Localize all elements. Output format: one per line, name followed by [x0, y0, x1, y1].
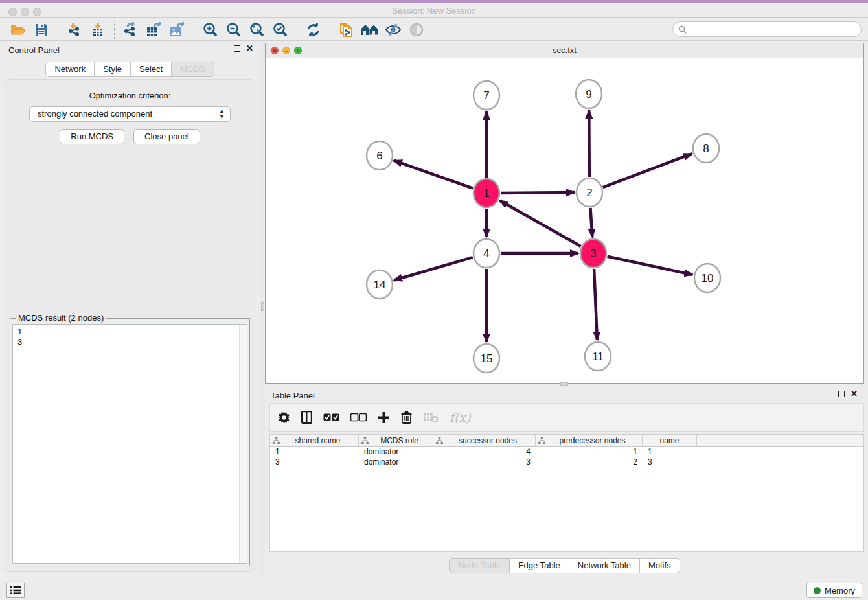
table-cell[interactable]: 4	[433, 447, 536, 457]
float-table-panel-icon[interactable]	[838, 391, 845, 397]
table-settings-button[interactable]	[278, 409, 290, 426]
table-cell[interactable]: 1	[643, 447, 697, 457]
export-image-button[interactable]	[166, 20, 189, 40]
import-table-button[interactable]	[86, 20, 109, 40]
delete-table-icon	[423, 412, 439, 423]
export-network-button[interactable]	[119, 20, 143, 40]
table-tabs: Node TableEdge TableNetwork TableMotifs	[265, 558, 864, 573]
list-icon	[10, 586, 21, 595]
control-panel-header: Control Panel ✕	[0, 41, 260, 59]
open-folder-icon	[10, 23, 26, 36]
mcds-result-title: MCDS result (2 nodes)	[16, 313, 106, 323]
show-column-panel-button[interactable]	[301, 409, 312, 426]
graph-edge-1-6[interactable]	[394, 161, 473, 189]
memory-button[interactable]: Memory	[806, 583, 862, 598]
export-table-button[interactable]	[143, 20, 166, 40]
table-cell[interactable]: 2	[536, 457, 643, 468]
vertical-splitter[interactable]	[260, 41, 265, 579]
deselect-all-columns-button[interactable]	[350, 409, 367, 426]
network-canvas[interactable]: 7968124314101511	[266, 58, 863, 383]
graph-node-label-8: 8	[703, 143, 709, 155]
search-field[interactable]	[672, 21, 862, 37]
tab-node-table[interactable]: Node Table	[449, 558, 510, 573]
toolbar-separator	[297, 21, 297, 39]
tab-style[interactable]: Style	[95, 62, 131, 77]
delete-column-button[interactable]	[401, 409, 412, 426]
network-graph: 7968124314101511	[266, 58, 863, 383]
run-mcds-button[interactable]: Run MCDS	[60, 129, 124, 144]
hide-graphics-button[interactable]	[382, 20, 405, 40]
lens-icon	[409, 23, 424, 37]
add-column-button[interactable]	[378, 409, 390, 426]
tab-edge-table[interactable]: Edge Table	[510, 558, 569, 573]
graph-edge-2-3[interactable]	[591, 208, 593, 237]
open-session-button[interactable]	[6, 20, 30, 40]
graph-node-label-11: 11	[592, 351, 604, 363]
close-panel-button[interactable]: Close panel	[133, 129, 200, 144]
zoom-fit-icon	[249, 22, 265, 38]
clone-network-button[interactable]	[335, 20, 358, 40]
horizontal-splitter-grip[interactable]	[560, 382, 568, 386]
column-header-successor-nodes[interactable]: successor nodes	[433, 435, 536, 446]
mcds-result-text[interactable]: 1 3	[12, 324, 247, 564]
tab-select[interactable]: Select	[131, 62, 172, 77]
graph-node-label-9: 9	[586, 88, 591, 100]
trash-icon	[401, 411, 412, 424]
main-toolbar	[0, 19, 868, 41]
save-session-button[interactable]	[30, 20, 53, 40]
table-row[interactable]: 1dominator411	[270, 447, 863, 457]
criterion-select[interactable]: strongly connected component ▲▼	[29, 106, 231, 122]
splitter-grip[interactable]	[261, 302, 264, 311]
node-table: shared nameMCDS rolesuccessor nodesprede…	[269, 434, 864, 552]
tab-network-table[interactable]: Network Table	[569, 558, 640, 573]
search-icon	[678, 25, 687, 34]
column-header-predecessor-nodes[interactable]: predecessor nodes	[536, 435, 643, 446]
table-row[interactable]: 3dominator323	[270, 457, 863, 468]
table-cell[interactable]: 3	[643, 457, 697, 468]
table-cell[interactable]: 3	[270, 457, 359, 468]
apply-layout-button[interactable]	[302, 20, 325, 40]
zoom-out-button[interactable]	[222, 20, 246, 40]
float-panel-icon[interactable]	[234, 45, 240, 52]
task-history-button[interactable]	[6, 583, 25, 598]
graph-edge-1-2[interactable]	[501, 192, 575, 193]
column-header-name[interactable]: name	[643, 435, 697, 446]
graph-edge-4-14[interactable]	[394, 257, 473, 280]
tab-motifs[interactable]: Motifs	[640, 558, 680, 573]
delete-table-button	[423, 409, 439, 426]
export-image-icon	[168, 22, 187, 38]
show-home-button[interactable]	[358, 20, 382, 40]
close-panel-icon[interactable]: ✕	[246, 45, 253, 52]
zoom-selected-button[interactable]	[269, 20, 292, 40]
tab-mcds[interactable]: MCDS	[172, 62, 214, 77]
network-window-titlebar[interactable]: ✕ − + scc.txt	[266, 43, 863, 58]
graph-edge-3-1[interactable]	[499, 201, 580, 247]
zoom-selected-icon	[273, 22, 288, 38]
main-titlebar: Session: New Session	[0, 3, 868, 18]
table-cell[interactable]: 3	[433, 457, 536, 468]
graph-edge-2-9[interactable]	[589, 110, 589, 177]
tab-network[interactable]: Network	[45, 62, 95, 77]
zoom-in-button[interactable]	[199, 20, 222, 40]
import-table-icon	[90, 22, 106, 38]
table-cell[interactable]: dominator	[359, 447, 433, 457]
table-cell[interactable]: dominator	[359, 457, 433, 468]
houses-icon	[360, 23, 380, 36]
import-network-button[interactable]	[63, 20, 86, 40]
table-cell[interactable]: 1	[270, 447, 359, 457]
column-header-MCDS-role[interactable]: MCDS role	[359, 435, 433, 446]
result-scrollbar[interactable]	[239, 325, 247, 563]
graph-edge-3-11[interactable]	[594, 269, 597, 340]
column-header-shared-name[interactable]: shared name	[270, 435, 359, 446]
select-all-columns-button[interactable]	[323, 409, 339, 426]
graph-edge-3-10[interactable]	[608, 257, 693, 275]
graph-node-label-15: 15	[481, 352, 493, 365]
graph-edge-2-8[interactable]	[603, 154, 692, 187]
memory-label: Memory	[825, 586, 855, 595]
table-cell[interactable]: 1	[536, 447, 643, 457]
graph-node-label-14: 14	[374, 279, 386, 291]
close-table-panel-icon[interactable]: ✕	[851, 391, 858, 397]
details-lens-button[interactable]	[405, 20, 428, 40]
save-floppy-icon	[35, 23, 48, 36]
zoom-fit-button[interactable]	[246, 20, 269, 40]
